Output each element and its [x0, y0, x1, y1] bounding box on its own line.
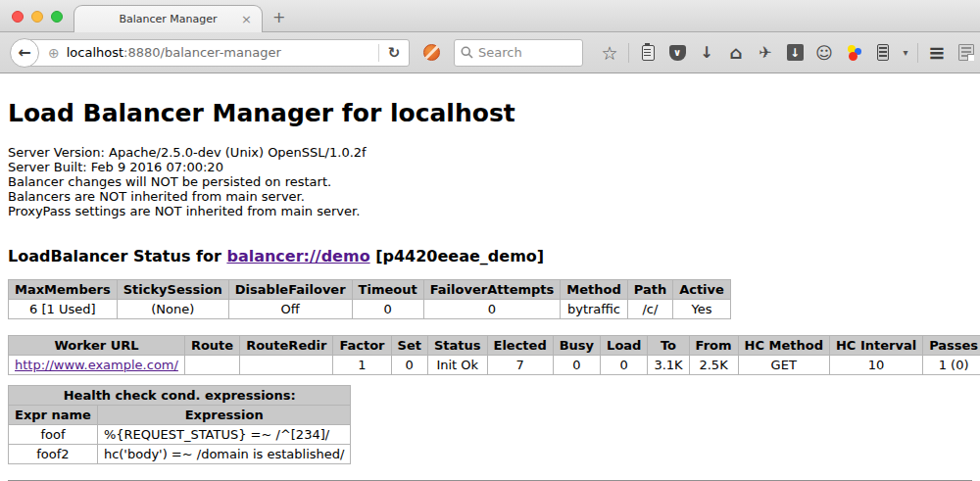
url-bar[interactable]: ⊕ localhost:8880/balancer-manager ↻: [25, 39, 410, 67]
data-cell: [240, 356, 333, 375]
data-cell: 3.1K: [648, 356, 689, 375]
navigation-toolbar: ← ⊕ localhost:8880/balancer-manager ↻ ☆ …: [0, 32, 980, 73]
container-extension-icon[interactable]: [870, 40, 896, 66]
header-cell: Expr name: [9, 406, 98, 425]
bookmark-star-icon[interactable]: ☆: [597, 40, 622, 66]
chevron-down-icon[interactable]: ▾: [900, 40, 911, 66]
minimize-window-button[interactable]: [31, 11, 43, 23]
data-cell: 1: [333, 356, 391, 375]
data-cell: GET: [738, 356, 829, 375]
data-cell: bytraffic: [561, 300, 627, 319]
data-cell: Init Ok: [427, 356, 487, 375]
tab-title: Balancer Manager: [119, 13, 217, 25]
data-cell: 0: [352, 300, 423, 319]
worker-url-link[interactable]: http://www.example.com/: [15, 358, 178, 372]
window-titlebar: Balancer Manager × +: [0, 0, 980, 32]
balancer-demo-link[interactable]: balancer://demo: [226, 247, 369, 265]
data-cell: 7: [487, 356, 553, 375]
header-cell: MaxMembers: [9, 280, 118, 300]
persist-warning-line: Balancer changes will NOT be persisted o…: [8, 174, 972, 189]
data-cell: 0: [423, 300, 561, 319]
server-info: Server Version: Apache/2.5.0-dev (Unix) …: [8, 145, 972, 218]
new-tab-button[interactable]: +: [272, 8, 285, 26]
header-cell: HC Interval: [829, 336, 922, 356]
back-button[interactable]: ←: [10, 38, 39, 68]
battery-icon: [877, 44, 889, 61]
status-heading-prefix: LoadBalancer Status for: [8, 247, 226, 265]
search-bar[interactable]: [454, 39, 583, 67]
table-row: 6 [1 Used](None)Off00bytraffic/c/Yes: [9, 300, 731, 319]
header-cell: To: [648, 336, 689, 356]
data-cell: 0: [601, 356, 648, 375]
table-title-row: Health check cond. expressions:: [9, 386, 351, 406]
header-cell: Route: [184, 336, 239, 356]
data-cell: Yes: [673, 300, 731, 319]
server-built-line: Server Built: Feb 9 2016 07:00:20: [8, 160, 972, 174]
table-header-row: Worker URLRouteRouteRedirFactorSetStatus…: [9, 336, 980, 356]
header-cell: From: [689, 336, 738, 356]
health-table-title: Health check cond. expressions:: [9, 386, 351, 406]
header-cell: Path: [627, 280, 672, 300]
traffic-lights: [12, 11, 63, 23]
data-cell: 10: [829, 356, 922, 375]
data-cell: foof: [9, 425, 98, 445]
globe-icon: ⊕: [48, 45, 60, 61]
menu-icon[interactable]: ≡: [924, 40, 950, 66]
pocket-icon[interactable]: ∨: [664, 40, 690, 66]
back-arrow-icon: ←: [18, 43, 30, 62]
header-cell: Passes: [923, 336, 980, 356]
data-cell: 6 [1 Used]: [9, 300, 118, 319]
proxypass-inherit-line: ProxyPass settings are NOT inherited fro…: [8, 204, 972, 218]
downloads-icon[interactable]: ↓: [694, 40, 719, 66]
search-input[interactable]: [478, 45, 566, 60]
page-title: Load Balancer Manager for localhost: [8, 99, 972, 127]
chat-smiley-icon[interactable]: ☺: [811, 40, 837, 66]
close-window-button[interactable]: [12, 11, 24, 23]
header-cell: Method: [561, 280, 627, 300]
toolbar-separator: [917, 43, 918, 63]
header-cell: Expression: [97, 406, 351, 425]
table-row: http://www.example.com/ 10Init Ok7003.1K…: [9, 356, 980, 375]
status-heading-suffix: [p4420eeae_demo]: [370, 247, 545, 265]
server-version-line: Server Version: Apache/2.5.0-dev (Unix) …: [8, 145, 972, 160]
health-check-table: Health check cond. expressions: Expr nam…: [8, 385, 351, 464]
tab-close-icon[interactable]: ×: [241, 12, 252, 26]
header-cell: RouteRedir: [240, 336, 333, 356]
data-cell: Off: [228, 300, 352, 319]
worker-status-table: Worker URLRouteRouteRedirFactorSetStatus…: [8, 335, 980, 375]
header-cell: Set: [391, 336, 427, 356]
zoom-window-button[interactable]: [51, 11, 63, 23]
header-cell: HC Method: [738, 336, 829, 356]
data-cell: 0: [553, 356, 600, 375]
data-cell: (None): [117, 300, 228, 319]
bookmarks-panel-icon[interactable]: [635, 40, 661, 66]
home-icon[interactable]: ⌂: [723, 40, 749, 66]
toolbar-separator: [628, 43, 629, 63]
data-cell: %{REQUEST_STATUS} =~ /^[234]/: [97, 425, 351, 445]
header-cell: FailoverAttempts: [423, 280, 561, 300]
header-cell: Busy: [553, 336, 600, 356]
reload-button[interactable]: ↻: [379, 44, 409, 62]
balancers-inherit-line: Balancers are NOT inherited from main se…: [8, 189, 972, 204]
downloadhelper-icon[interactable]: [841, 40, 866, 66]
table-header-row: Expr nameExpression: [9, 406, 351, 425]
url-path: :8880/balancer-manager: [123, 45, 281, 60]
data-cell: 1 (0): [923, 356, 980, 375]
reader-page-icon[interactable]: [954, 40, 979, 66]
header-cell: Elected: [487, 336, 553, 356]
clipboard-icon: [642, 45, 655, 61]
search-icon: [461, 46, 473, 59]
send-tab-icon[interactable]: ✈: [753, 40, 778, 66]
balancer-settings-table: MaxMembersStickySessionDisableFailoverTi…: [8, 279, 731, 319]
data-cell: /c/: [627, 300, 672, 319]
table-row: foof%{REQUEST_STATUS} =~ /^[234]/: [9, 425, 351, 445]
data-cell: 0: [391, 356, 427, 375]
header-cell: Status: [427, 336, 487, 356]
extension-download-icon[interactable]: ↓: [782, 40, 808, 66]
header-cell: Factor: [333, 336, 391, 356]
table-row: foof2hc('body') =~ /domain is establishe…: [9, 445, 351, 464]
browser-tab[interactable]: Balancer Manager ×: [74, 5, 263, 32]
data-cell: [184, 356, 239, 375]
colored-dots-icon: [845, 44, 862, 62]
blocked-content-icon[interactable]: [423, 44, 440, 61]
